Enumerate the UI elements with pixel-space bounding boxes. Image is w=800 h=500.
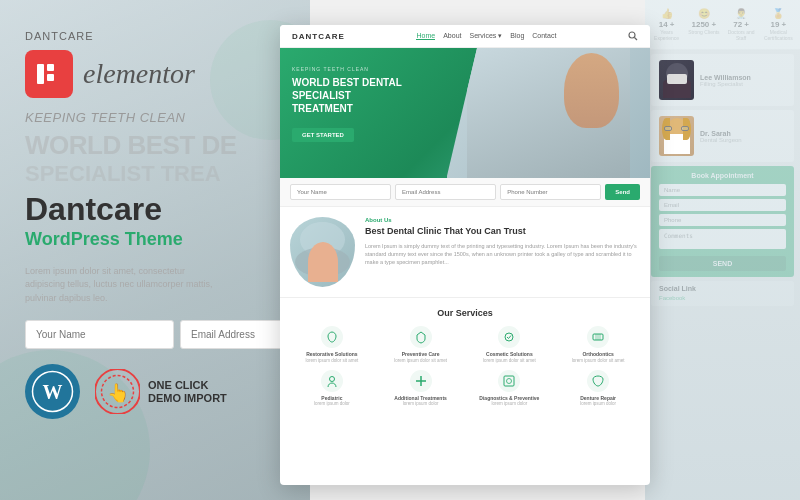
svg-point-11 (505, 333, 513, 341)
service-desc-4: lorem ipsum dolor sit amet (556, 358, 640, 364)
service-item-1: Restorative Solutions lorem ipsum dolor … (290, 326, 374, 364)
theme-subtitle: WordPress Theme (25, 229, 285, 250)
nav-link-blog[interactable]: Blog (510, 32, 524, 40)
elementor-icon (25, 50, 73, 98)
service-desc-5: lorem ipsum dolor (290, 401, 374, 407)
your-name-input[interactable] (25, 320, 174, 349)
hero-tag: KEEPING TEETH CLEAN (292, 66, 638, 72)
right-panel: 👍 14 + Years Experience 😊 1250 + Strong … (645, 0, 800, 500)
headline-blur-2: SPECIALIST TREA (25, 162, 285, 186)
hero-cta-button[interactable]: GET STARTED (292, 128, 354, 142)
svg-point-9 (629, 32, 635, 38)
service-item-3: Cosmetic Solutions lorem ipsum dolor sit… (468, 326, 552, 364)
mini-email-input[interactable] (395, 184, 496, 200)
about-title: Best Dental Clinic That You Can Trust (365, 226, 640, 238)
mini-name-input[interactable] (290, 184, 391, 200)
svg-line-10 (635, 38, 638, 41)
hero-title: WORLD BEST DENTAL SPECIALIST TREATMENT (292, 76, 412, 115)
mini-navbar: DANTCARE Home About Services ▾ Blog Cont… (280, 25, 650, 48)
restorative-icon (321, 326, 343, 348)
preventive-icon (410, 326, 432, 348)
wordpress-logo: W (25, 364, 80, 419)
theme-description: Lorem ipsum dolor sit amet, consectetur … (25, 265, 225, 306)
service-desc-7: lorem ipsum dolor (468, 401, 552, 407)
one-click-demo-icon: 👆 (95, 369, 140, 414)
service-item-4: Orthodontics lorem ipsum dolor sit amet (556, 326, 640, 364)
theme-main-title: Dantcare (25, 192, 285, 227)
service-desc-2: lorem ipsum dolor sit amet (379, 358, 463, 364)
diagnostics-icon (498, 370, 520, 392)
about-text: Lorem Ipsum is simply dummy text of the … (365, 242, 640, 267)
about-section: About Us Best Dental Clinic That You Can… (280, 207, 650, 298)
svg-point-18 (507, 378, 512, 383)
svg-point-16 (329, 376, 334, 381)
pediatric-icon (321, 370, 343, 392)
cosmetic-icon (498, 326, 520, 348)
nav-link-contact[interactable]: Contact (532, 32, 556, 40)
left-panel: DANTCARE elementor KEEPING TEETH CLEAN W… (0, 0, 310, 500)
svg-rect-1 (47, 64, 54, 71)
nav-link-about[interactable]: About (443, 32, 461, 40)
mini-send-button[interactable]: Send (605, 184, 640, 200)
mini-nav-icons (628, 31, 638, 41)
about-tag: About Us (365, 217, 640, 223)
website-preview: DANTCARE Home About Services ▾ Blog Cont… (280, 25, 650, 485)
service-item-6: Additional Treatments lorem ipsum dolor (379, 370, 463, 408)
services-section: Our Services Restorative Solutions lorem… (280, 298, 650, 424)
service-item-8: Denture Repair lorem ipsum dolor (556, 370, 640, 408)
nav-link-services[interactable]: Services ▾ (469, 32, 502, 40)
svg-rect-2 (47, 74, 54, 81)
elementor-label: elementor (83, 58, 195, 90)
bottom-logos: W 👆 ONE CLICK DEMO IMPORT (25, 364, 285, 419)
one-click-label: ONE CLICK DEMO IMPORT (148, 379, 227, 405)
about-image (290, 217, 355, 287)
one-click-badge: 👆 ONE CLICK DEMO IMPORT (95, 369, 227, 414)
service-item-2: Preventive Care lorem ipsum dolor sit am… (379, 326, 463, 364)
mini-brand: DANTCARE (292, 32, 345, 41)
theme-tagline: KEEPING TEETH CLEAN (25, 110, 285, 125)
search-icon (628, 31, 638, 41)
services-grid-2: Pediatric lorem ipsum dolor Additional T… (290, 370, 640, 408)
service-item-7: Diagnostics & Preventive lorem ipsum dol… (468, 370, 552, 408)
svg-rect-0 (37, 64, 44, 84)
svg-text:👆: 👆 (107, 382, 130, 404)
services-title: Our Services (290, 308, 640, 318)
svg-text:W: W (43, 381, 63, 403)
elementor-badge: elementor (25, 50, 285, 98)
nav-link-home[interactable]: Home (416, 32, 435, 40)
form-row (25, 320, 285, 349)
services-grid: Restorative Solutions lorem ipsum dolor … (290, 326, 640, 364)
denture-icon (587, 370, 609, 392)
service-desc-1: lorem ipsum dolor sit amet (290, 358, 374, 364)
svg-rect-17 (504, 376, 514, 386)
header-brand-name: DANTCARE (25, 30, 285, 42)
service-desc-6: lorem ipsum dolor (379, 401, 463, 407)
additional-icon (410, 370, 432, 392)
mini-nav-links: Home About Services ▾ Blog Contact (416, 32, 556, 40)
service-desc-8: lorem ipsum dolor (556, 401, 640, 407)
contact-form-row: Send (280, 178, 650, 207)
staff-avatar-1 (659, 60, 694, 100)
mini-hero-section: KEEPING TEETH CLEAN WORLD BEST DENTAL SP… (280, 48, 650, 178)
about-content: About Us Best Dental Clinic That You Can… (365, 217, 640, 287)
staff-avatar-2 (659, 116, 694, 156)
service-desc-3: lorem ipsum dolor sit amet (468, 358, 552, 364)
mini-phone-input[interactable] (500, 184, 601, 200)
hero-content: KEEPING TEETH CLEAN WORLD BEST DENTAL SP… (280, 48, 650, 160)
service-item-5: Pediatric lorem ipsum dolor (290, 370, 374, 408)
headline-blur: WORLD BEST DE (25, 131, 285, 160)
orthodontics-icon (587, 326, 609, 348)
